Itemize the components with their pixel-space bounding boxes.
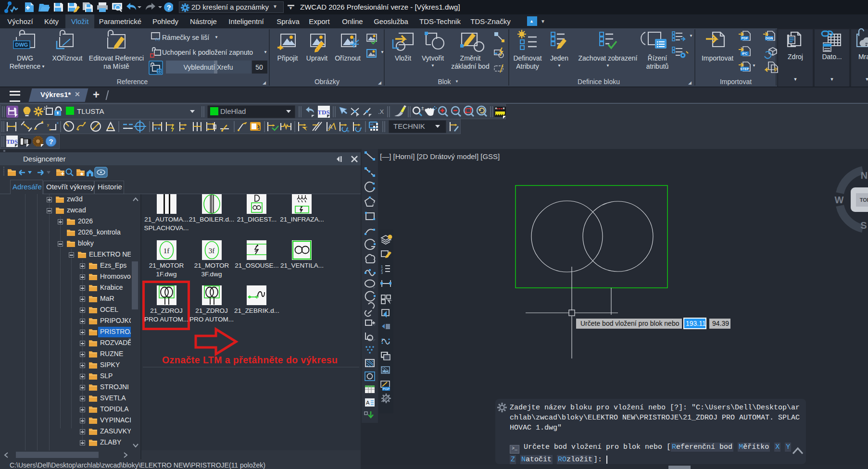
svg-text:x: x [57,121,59,125]
svg-text:S: S [860,220,867,231]
svg-text:1: 1 [258,126,260,131]
svg-text:b: b [347,129,350,133]
svg-text:1f: 1f [164,247,170,255]
svg-text:±: ± [421,106,424,111]
svg-text:?: ? [166,3,171,12]
svg-text:M¹: M¹ [370,123,374,126]
svg-text:STEP: STEP [740,67,749,71]
svg-text:TDS: TDS [317,109,329,116]
svg-text:DWG: DWG [15,42,28,48]
svg-text:PDF: PDF [742,37,749,40]
svg-text:N: N [861,170,868,181]
svg-text:y: y [47,123,49,127]
svg-text:P: P [774,67,778,73]
svg-text:3f: 3f [209,247,215,255]
svg-text:?: ? [49,137,53,146]
svg-text:TDS: TDS [6,138,18,145]
svg-text:IFC: IFC [742,52,747,55]
svg-text:TOP: TOP [860,197,868,203]
svg-text:.X: .X [378,108,384,115]
svg-text:DGN: DGN [766,37,773,40]
svg-text:W: W [835,195,844,205]
svg-text:(x): (x) [155,37,160,41]
